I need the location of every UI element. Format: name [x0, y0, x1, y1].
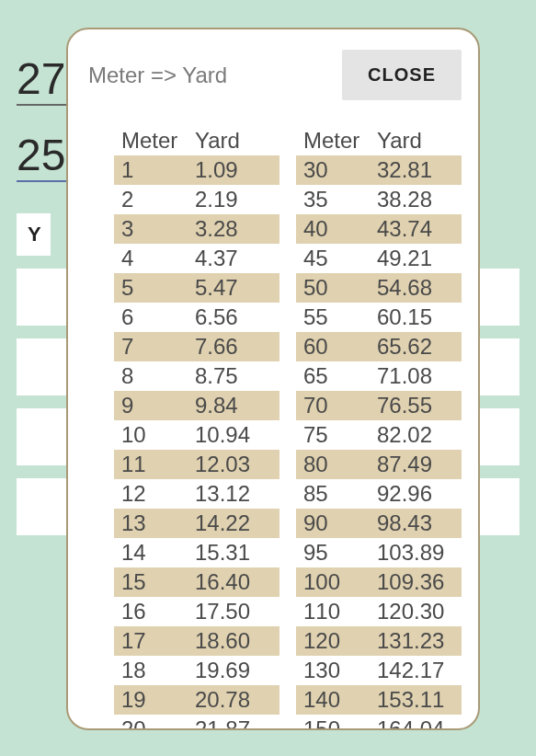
meter-cell: 18 [114, 656, 188, 685]
meter-cell: 45 [296, 244, 370, 273]
yard-cell: 19.69 [188, 656, 279, 685]
meter-cell: 15 [114, 567, 188, 597]
yard-cell: 17.50 [188, 597, 279, 626]
meter-cell: 8 [114, 361, 188, 391]
meter-cell: 100 [296, 567, 370, 597]
meter-cell: 1 [114, 155, 188, 185]
table-row: 77.66 [114, 332, 279, 361]
yard-cell: 54.68 [370, 273, 462, 303]
yard-cell: 49.21 [370, 244, 462, 273]
meter-cell: 5 [114, 273, 188, 303]
table-row: 1819.69 [114, 656, 279, 685]
yard-cell: 16.40 [188, 567, 279, 597]
table-row: 11.09 [114, 155, 279, 185]
yard-cell: 92.96 [370, 479, 462, 509]
yard-cell: 5.47 [188, 273, 279, 303]
yard-cell: 8.75 [188, 361, 279, 391]
table-row: 66.56 [114, 303, 279, 332]
col-header-yard: Yard [370, 126, 462, 155]
meter-cell: 55 [296, 303, 370, 332]
table-row: 100109.36 [296, 567, 462, 597]
table-row: 7582.02 [296, 420, 462, 450]
table-row: 6571.08 [296, 361, 462, 391]
yard-cell: 60.15 [370, 303, 462, 332]
yard-cell: 164.04 [370, 715, 462, 730]
table-row: 22.19 [114, 185, 279, 214]
meter-cell: 3 [114, 214, 188, 244]
meter-cell: 13 [114, 509, 188, 538]
yard-cell: 82.02 [370, 420, 462, 450]
yard-cell: 15.31 [188, 538, 279, 567]
table-row: 5560.15 [296, 303, 462, 332]
meter-cell: 80 [296, 450, 370, 479]
meter-cell: 11 [114, 450, 188, 479]
yard-cell: 9.84 [188, 391, 279, 420]
table-row: 4549.21 [296, 244, 462, 273]
table-row: 1516.40 [114, 567, 279, 597]
yard-cell: 43.74 [370, 214, 462, 244]
table-row: 99.84 [114, 391, 279, 420]
yard-cell: 3.28 [188, 214, 279, 244]
meter-cell: 20 [114, 715, 188, 730]
meter-cell: 95 [296, 538, 370, 567]
table-row: 6065.62 [296, 332, 462, 361]
table-row: 8592.96 [296, 479, 462, 509]
yard-cell: 4.37 [188, 244, 279, 273]
meter-cell: 85 [296, 479, 370, 509]
meter-cell: 110 [296, 597, 370, 626]
meter-cell: 70 [296, 391, 370, 420]
yard-cell: 38.28 [370, 185, 462, 214]
meter-cell: 60 [296, 332, 370, 361]
table-row: 9098.43 [296, 509, 462, 538]
yard-cell: 20.78 [188, 685, 279, 715]
meter-cell: 17 [114, 626, 188, 656]
table-row: 55.47 [114, 273, 279, 303]
yard-cell: 103.89 [370, 538, 462, 567]
yard-cell: 14.22 [188, 509, 279, 538]
col-header-meter: Meter [296, 126, 370, 155]
meter-cell: 4 [114, 244, 188, 273]
table-row: 88.75 [114, 361, 279, 391]
yard-cell: 7.66 [188, 332, 279, 361]
meter-cell: 90 [296, 509, 370, 538]
yard-cell: 76.55 [370, 391, 462, 420]
yard-cell: 71.08 [370, 361, 462, 391]
meter-cell: 30 [296, 155, 370, 185]
table-row: 1213.12 [114, 479, 279, 509]
meter-cell: 9 [114, 391, 188, 420]
table-row: 1920.78 [114, 685, 279, 715]
table-row: 7076.55 [296, 391, 462, 420]
conversion-modal: Meter => Yard CLOSE Meter Yard 11.0922.1… [66, 28, 480, 730]
meter-cell: 16 [114, 597, 188, 626]
table-row: 1112.03 [114, 450, 279, 479]
table-row: 2021.87 [114, 715, 279, 730]
modal-header: Meter => Yard CLOSE [88, 50, 462, 100]
bg-tab-y[interactable]: Y [17, 213, 51, 256]
yard-cell: 109.36 [370, 567, 462, 597]
meter-cell: 50 [296, 273, 370, 303]
meter-cell: 2 [114, 185, 188, 214]
meter-cell: 130 [296, 656, 370, 685]
table-row: 1314.22 [114, 509, 279, 538]
meter-cell: 150 [296, 715, 370, 730]
yard-cell: 98.43 [370, 509, 462, 538]
yard-cell: 153.11 [370, 685, 462, 715]
table-row: 4043.74 [296, 214, 462, 244]
close-button[interactable]: CLOSE [342, 50, 462, 100]
table-row: 150164.04 [296, 715, 462, 730]
yard-cell: 2.19 [188, 185, 279, 214]
meter-cell: 75 [296, 420, 370, 450]
table-row: 140153.11 [296, 685, 462, 715]
yard-cell: 1.09 [188, 155, 279, 185]
table-row: 3032.81 [296, 155, 462, 185]
table-row: 1617.50 [114, 597, 279, 626]
yard-cell: 142.17 [370, 656, 462, 685]
meter-cell: 140 [296, 685, 370, 715]
col-header-yard: Yard [188, 126, 279, 155]
meter-cell: 10 [114, 420, 188, 450]
meter-cell: 19 [114, 685, 188, 715]
table-row: 3538.28 [296, 185, 462, 214]
yard-cell: 87.49 [370, 450, 462, 479]
yard-cell: 18.60 [188, 626, 279, 656]
yard-cell: 120.30 [370, 597, 462, 626]
